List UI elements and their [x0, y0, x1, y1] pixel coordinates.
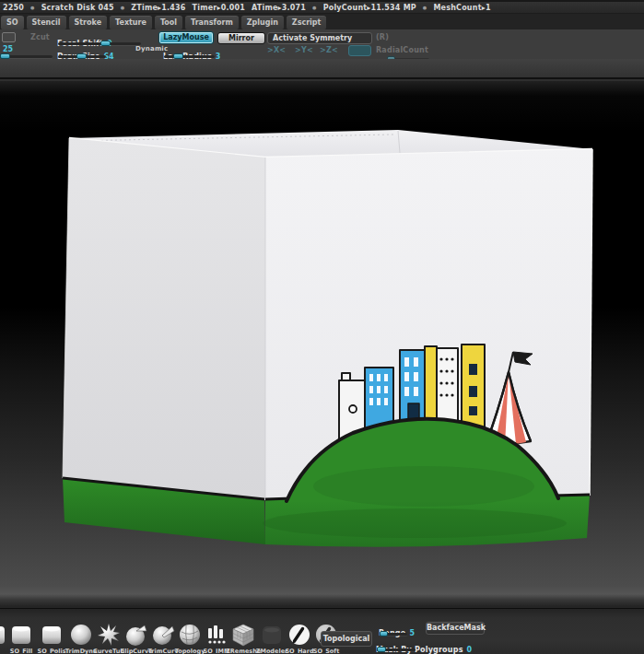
- box-left-face: [63, 138, 265, 500]
- brush-shelf: y SO_Fill SO_Polis TrimDyna CurveTub Cli…: [0, 608, 644, 654]
- tab-transform[interactable]: Transform: [185, 16, 239, 29]
- tab-tool[interactable]: Tool: [155, 16, 182, 29]
- range-value: 5: [409, 629, 415, 637]
- stat-meshcount: MeshCount▸1: [433, 4, 490, 12]
- tab-so[interactable]: SO: [1, 16, 24, 29]
- zbrush-window: 2250●Scratch Disk 045●ZTime▸1.436Timer▸0…: [0, 0, 644, 654]
- range-slider-handle[interactable]: [380, 631, 388, 636]
- brush-pen-hard-icon: [287, 623, 311, 647]
- brush-cube-icon: [0, 623, 7, 647]
- tab-stroke[interactable]: Stroke: [69, 16, 108, 29]
- alpha-swatch[interactable]: [2, 32, 16, 42]
- mask-by-polygroups-group: Mask By Polygroups0: [376, 638, 472, 654]
- tab-stencil[interactable]: Stencil: [27, 16, 66, 29]
- mask-by-polygroups-slider[interactable]: [377, 648, 416, 651]
- dot-separator-icon: ●: [121, 5, 125, 10]
- mask-by-polygroups-value: 0: [467, 646, 473, 654]
- brush-sphere-icon: [69, 623, 93, 647]
- backfacemask-button[interactable]: BackfaceMask: [426, 622, 485, 635]
- shelf-controls: Zcut Focal Shift0 LazyMouse Mirror Activ…: [0, 29, 644, 59]
- brush-dark-cube-icon: [260, 623, 284, 647]
- stat-timer: Timer▸0.001: [193, 4, 245, 12]
- brush-clip-sphere-icon: [124, 623, 148, 647]
- stats-bar: 2250●Scratch Disk 045●ZTime▸1.436Timer▸0…: [0, 2, 644, 14]
- tab-zplugin[interactable]: Zplugin: [241, 16, 284, 29]
- stat-scratch-disk: Scratch Disk 045: [41, 4, 114, 12]
- mask-by-polygroups-slider-handle[interactable]: [377, 647, 386, 652]
- brush-label: SO_Soft: [309, 648, 344, 654]
- brush-cube-icon: [9, 623, 33, 647]
- brush-topology-sphere-icon: [178, 623, 202, 647]
- symmetry-m-button[interactable]: [348, 45, 371, 56]
- symmetry-hotkey-hint: (R): [376, 33, 389, 41]
- symmetry-z-button[interactable]: >Z<: [320, 46, 338, 54]
- brush-zremesher[interactable]: ZRemeshe: [229, 623, 257, 654]
- shelf-spacer: [0, 59, 644, 79]
- brush-star-icon: [97, 623, 121, 647]
- left-slider[interactable]: [0, 55, 53, 58]
- viewport-canvas[interactable]: [0, 81, 644, 608]
- lazyradius-slider[interactable]: [164, 55, 215, 58]
- stat-ztime: ZTime▸1.436: [131, 4, 185, 12]
- activate-symmetry-button[interactable]: Activate Symmetry: [267, 32, 372, 44]
- topological-button[interactable]: Topological: [321, 631, 372, 647]
- draw-size-slider[interactable]: [58, 55, 106, 58]
- brush-so-polish[interactable]: SO_Polis: [38, 623, 65, 654]
- stat-atime: ATime▸3.071: [252, 4, 306, 12]
- brush-so-fill[interactable]: SO_Fill: [7, 623, 35, 654]
- stat-memory: 2250: [3, 4, 24, 12]
- dot-separator-icon: ●: [30, 5, 35, 10]
- mirror-button[interactable]: Mirror: [217, 32, 265, 44]
- tab-zscript[interactable]: Zscript: [287, 16, 327, 29]
- range-slider[interactable]: [380, 633, 407, 636]
- left-slider-value: 25: [3, 45, 13, 53]
- radialcount-label: RadialCount: [376, 46, 428, 54]
- stat-polycount: PolyCount▸11.534 MP: [323, 4, 416, 12]
- brush-trim-sphere-icon: [151, 623, 175, 647]
- lazymouse-button[interactable]: LazyMouse: [158, 31, 214, 44]
- menu-tab-row: SO Stencil Stroke Texture Tool Transform…: [0, 14, 644, 29]
- dot-separator-icon: ●: [423, 5, 427, 10]
- symmetry-y-button[interactable]: >Y<: [295, 46, 313, 54]
- brush-imm-icon: [205, 623, 228, 647]
- brush-cube-icon: [40, 623, 64, 647]
- brush-grid-cube-icon: [231, 623, 255, 647]
- tab-texture[interactable]: Texture: [110, 16, 152, 29]
- zcut-label: Zcut: [30, 33, 50, 41]
- symmetry-x-button[interactable]: >X<: [267, 46, 286, 54]
- dot-separator-icon: ●: [312, 5, 317, 10]
- model-scene[interactable]: [0, 81, 644, 608]
